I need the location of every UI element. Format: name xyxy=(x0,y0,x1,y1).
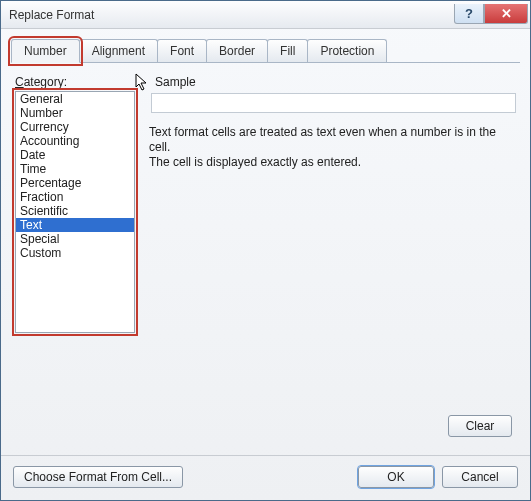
spacer xyxy=(15,333,516,415)
tab-label: Fill xyxy=(280,44,295,58)
tab-font[interactable]: Font xyxy=(157,39,207,62)
tab-number[interactable]: Number xyxy=(11,39,80,63)
tab-label: Number xyxy=(24,44,67,58)
tab-label: Alignment xyxy=(92,44,145,58)
tab-content-divider xyxy=(11,62,520,63)
help-button[interactable]: ? xyxy=(454,4,484,24)
clear-button[interactable]: Clear xyxy=(448,415,512,437)
list-item-selected[interactable]: Text xyxy=(16,218,134,232)
list-item[interactable]: General xyxy=(16,92,134,106)
list-item[interactable]: Date xyxy=(16,148,134,162)
dialog-footer: Choose Format From Cell... OK Cancel xyxy=(1,455,530,500)
list-item[interactable]: Percentage xyxy=(16,176,134,190)
choose-format-from-cell-button[interactable]: Choose Format From Cell... xyxy=(13,466,183,488)
category-column: Category: General Number Currency Accoun… xyxy=(15,75,135,333)
tab-fill[interactable]: Fill xyxy=(267,39,308,62)
tab-label: Font xyxy=(170,44,194,58)
list-item[interactable]: Time xyxy=(16,162,134,176)
list-item[interactable]: Accounting xyxy=(16,134,134,148)
cancel-button[interactable]: Cancel xyxy=(442,466,518,488)
list-item[interactable]: Currency xyxy=(16,120,134,134)
titlebar: Replace Format ? ✕ xyxy=(1,1,530,29)
format-description: Text format cells are treated as text ev… xyxy=(149,125,516,170)
ok-button[interactable]: OK xyxy=(358,466,434,488)
list-item[interactable]: Special xyxy=(16,232,134,246)
tab-protection[interactable]: Protection xyxy=(307,39,387,62)
tab-alignment[interactable]: Alignment xyxy=(79,39,158,62)
replace-format-dialog: Replace Format ? ✕ Number Alignment Font… xyxy=(0,0,531,501)
sample-preview xyxy=(151,93,516,113)
list-item[interactable]: Number xyxy=(16,106,134,120)
close-button[interactable]: ✕ xyxy=(484,4,528,24)
category-listbox[interactable]: General Number Currency Accounting Date … xyxy=(15,91,135,333)
close-icon: ✕ xyxy=(501,6,512,21)
button-label: OK xyxy=(387,470,404,484)
help-icon: ? xyxy=(465,6,473,21)
list-item[interactable]: Scientific xyxy=(16,204,134,218)
tab-border[interactable]: Border xyxy=(206,39,268,62)
category-label: Category: xyxy=(15,75,135,89)
footer-right: OK Cancel xyxy=(358,466,518,488)
tab-bar: Number Alignment Font Border Fill Protec… xyxy=(1,29,530,62)
button-label: Choose Format From Cell... xyxy=(24,470,172,484)
clear-row: Clear xyxy=(15,415,516,445)
detail-column: Sample Text format cells are treated as … xyxy=(145,75,516,333)
tab-label: Protection xyxy=(320,44,374,58)
window-title: Replace Format xyxy=(9,8,454,22)
sample-label: Sample xyxy=(155,75,516,89)
list-item[interactable]: Fraction xyxy=(16,190,134,204)
cursor-icon xyxy=(135,73,151,97)
button-label: Clear xyxy=(466,419,495,433)
list-item[interactable]: Custom xyxy=(16,246,134,260)
window-buttons: ? ✕ xyxy=(454,4,528,26)
dialog-body: Category: General Number Currency Accoun… xyxy=(1,63,530,455)
button-label: Cancel xyxy=(461,470,498,484)
upper-panel: Category: General Number Currency Accoun… xyxy=(15,75,516,333)
tab-label: Border xyxy=(219,44,255,58)
